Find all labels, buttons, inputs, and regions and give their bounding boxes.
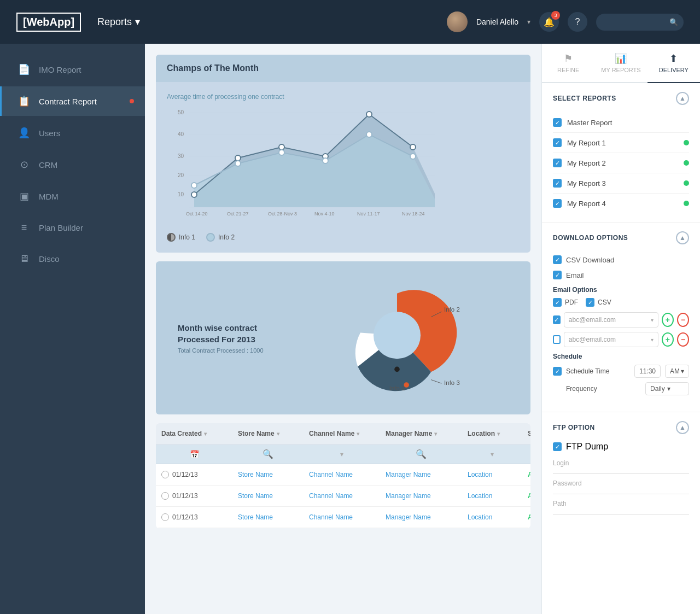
notifications-button[interactable]: 🔔 3 (539, 12, 559, 32)
search-box[interactable]: 🔍 (596, 14, 684, 31)
row-radio-2[interactable] (161, 492, 169, 500)
email1-dropdown-icon: ▾ (651, 317, 654, 323)
td-manager-1[interactable]: Manager Name (380, 464, 462, 485)
th-store[interactable]: Store Name ▾ (232, 423, 304, 444)
row-radio-1[interactable] (161, 471, 169, 478)
td-location-3[interactable]: Location (462, 507, 522, 528)
th-channel[interactable]: Channel Name ▾ (304, 423, 380, 444)
email2-remove-button[interactable]: − (677, 332, 689, 347)
table-row: 01/12/13 Store Name Channel Name Manager… (156, 507, 530, 528)
email1-input-wrap[interactable]: ▾ (564, 312, 658, 328)
filter-date-cell[interactable]: 📅 (156, 445, 232, 464)
report3-checkbox[interactable]: ✓ (553, 179, 562, 188)
pdf-option[interactable]: ✓ PDF (553, 298, 578, 307)
filter-location-cell[interactable]: ▾ (462, 445, 522, 464)
ftp-option-section: FTP OPTION ▲ ✓ FTP Dump Login Password P… (542, 412, 700, 529)
ftp-path-input[interactable] (553, 510, 689, 514)
sidebar-item-mdm[interactable]: ▣ MDM (0, 182, 145, 211)
download-options-toggle[interactable]: ▲ (676, 231, 689, 244)
email1-enable-checkbox[interactable]: ✓ (553, 315, 561, 324)
select-reports-toggle[interactable]: ▲ (676, 92, 689, 105)
frequency-selector[interactable]: Daily ▾ (645, 382, 689, 395)
td-store-1[interactable]: Store Name (232, 464, 304, 485)
ftp-login-input[interactable] (553, 469, 689, 474)
master-report-checkbox[interactable]: ✓ (553, 118, 562, 127)
th-location[interactable]: Location ▾ (462, 423, 522, 444)
filter-store-cell[interactable]: 🔍 (232, 445, 304, 464)
td-store-2[interactable]: Store Name (232, 486, 304, 506)
ftp-dump-checkbox[interactable]: ✓ (553, 442, 562, 451)
email2-input[interactable] (569, 336, 651, 343)
report2-checkbox[interactable]: ✓ (553, 159, 562, 167)
sidebar-item-plan-builder[interactable]: ≡ Plan Builder (0, 213, 145, 242)
filter-manager-cell[interactable]: 🔍 (380, 445, 462, 464)
sidebar-item-disco[interactable]: 🖥 Disco (0, 244, 145, 273)
th-status[interactable]: Status ▾ (522, 423, 530, 444)
sidebar-item-imo-report[interactable]: 📄 IMO Report (0, 55, 145, 84)
email1-input[interactable] (569, 316, 651, 324)
csv-option[interactable]: ✓ CSV (586, 298, 611, 307)
user-avatar[interactable] (447, 11, 468, 32)
email-checkbox[interactable]: ✓ (553, 271, 562, 279)
pdf-checkbox[interactable]: ✓ (553, 298, 562, 307)
csv-download-item[interactable]: ✓ CSV Download (553, 252, 689, 267)
td-manager-2[interactable]: Manager Name (380, 486, 462, 506)
td-location-1[interactable]: Location (462, 464, 522, 485)
email1-add-button[interactable]: + (662, 313, 674, 327)
ftp-option-toggle[interactable]: ▲ (676, 421, 689, 434)
sidebar-item-users[interactable]: 👤 Users (0, 118, 145, 148)
report-item-3[interactable]: ✓ My Report 3 (553, 173, 689, 194)
report4-name: My Report 4 (567, 200, 606, 208)
email1-remove-button[interactable]: − (677, 313, 689, 327)
help-icon: ? (575, 17, 580, 27)
report-item-4[interactable]: ✓ My Report 4 (553, 194, 689, 213)
ampm-selector[interactable]: AM ▾ (665, 365, 689, 378)
sidebar-item-label-disco: Disco (39, 254, 60, 264)
td-location-2[interactable]: Location (462, 486, 522, 506)
report4-checkbox[interactable]: ✓ (553, 199, 562, 208)
email2-enable-checkbox[interactable] (553, 335, 561, 344)
td-channel-3[interactable]: Channel Name (304, 507, 380, 528)
row-radio-3[interactable] (161, 513, 169, 521)
right-panel-tabs: ⚑ REFINE 📊 MY REPORTS ⬆ DELIVERY (542, 44, 700, 83)
reports-nav-button[interactable]: Reports ▾ (97, 16, 140, 28)
email-download-item[interactable]: ✓ Email (553, 267, 689, 283)
tab-delivery[interactable]: ⬆ DELIVERY (648, 44, 700, 83)
report-item-2[interactable]: ✓ My Report 2 (553, 153, 689, 173)
svg-text:Oct 14-20: Oct 14-20 (186, 211, 208, 217)
users-icon: 👤 (18, 127, 30, 139)
th-date[interactable]: Data Created ▾ (156, 423, 232, 444)
csv-email-checkbox[interactable]: ✓ (586, 298, 594, 307)
email2-input-wrap[interactable]: ▾ (564, 332, 658, 347)
report-item-master[interactable]: ✓ Master Report (553, 113, 689, 133)
tab-refine[interactable]: ⚑ REFINE (542, 44, 594, 82)
search-input[interactable] (605, 18, 665, 26)
svg-text:Oct 21-27: Oct 21-27 (227, 211, 249, 217)
td-manager-3[interactable]: Manager Name (380, 507, 462, 528)
schedule-time-input[interactable]: 11:30 (634, 365, 661, 378)
svg-text:10: 10 (178, 191, 184, 197)
td-store-3[interactable]: Store Name (232, 507, 304, 528)
sidebar: 📄 IMO Report 📋 Contract Report 👤 Users ⊙… (0, 44, 145, 614)
email2-add-button[interactable]: + (662, 332, 674, 347)
sidebar-item-crm[interactable]: ⊙ CRM (0, 150, 145, 179)
top-navigation: [WebApp] Reports ▾ Daniel Alello ▾ 🔔 3 ?… (0, 0, 700, 44)
manager-search-icon: 🔍 (416, 449, 427, 459)
channel-dropdown-icon: ▾ (340, 451, 343, 458)
filter-status-cell[interactable]: ▾ (522, 445, 530, 464)
download-options-section: DOWNLOAD OPTIONS ▲ ✓ CSV Download ✓ Emai… (542, 223, 700, 412)
ftp-password-input[interactable] (553, 489, 689, 494)
filter-channel-cell[interactable]: ▾ (304, 445, 380, 464)
sidebar-item-contract-report[interactable]: 📋 Contract Report (0, 86, 145, 116)
help-button[interactable]: ? (568, 12, 587, 32)
csv-download-checkbox[interactable]: ✓ (553, 255, 562, 264)
report-item-1[interactable]: ✓ My Report 1 (553, 133, 689, 153)
brand-logo: [WebApp] (16, 13, 81, 32)
tab-my-reports[interactable]: 📊 MY REPORTS (594, 44, 647, 82)
line-chart-area: Average time of processing one contract … (156, 82, 530, 253)
td-channel-1[interactable]: Channel Name (304, 464, 380, 485)
td-channel-2[interactable]: Channel Name (304, 486, 380, 506)
report1-checkbox[interactable]: ✓ (553, 138, 562, 147)
th-manager[interactable]: Manager Name ▾ (380, 423, 462, 444)
schedule-time-checkbox[interactable]: ✓ (553, 367, 562, 376)
